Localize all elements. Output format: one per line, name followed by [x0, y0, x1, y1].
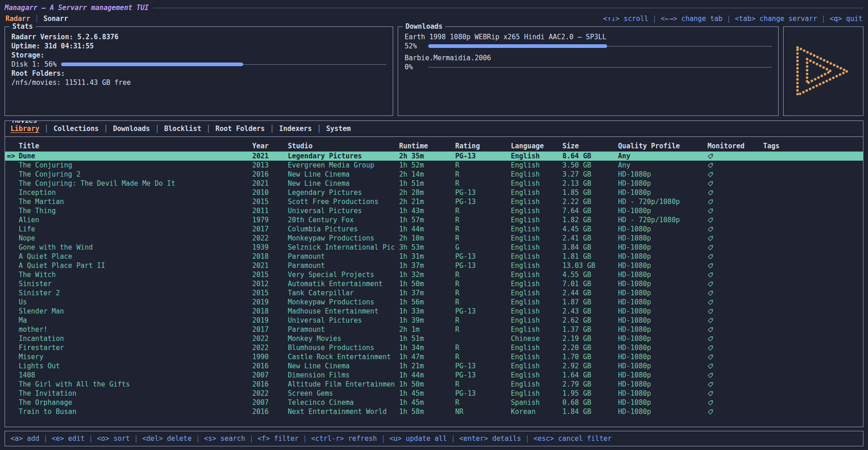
- help-hint-key: <tab>: [735, 15, 755, 23]
- cell-monitored: [707, 197, 763, 206]
- table-row[interactable]: Life2017Columbia Pictures1h 44mREnglish4…: [5, 225, 863, 234]
- cell-title: Firestarter: [19, 343, 252, 352]
- cell-size: 2.13 GB: [562, 179, 618, 188]
- column-header-tags[interactable]: Tags: [763, 141, 863, 151]
- table-row[interactable]: The Invitation2022Screen Gems1h 45mPG-13…: [5, 389, 863, 398]
- cell-runtime: 1h 50m: [399, 279, 455, 288]
- download-progress-bar: [428, 65, 772, 69]
- cell-studio: Paramount: [288, 325, 399, 334]
- cell-studio: New Line Cinema: [288, 179, 399, 188]
- table-row[interactable]: 14082007Dimension Films1h 44mPG-13Englis…: [5, 371, 863, 380]
- movies-table[interactable]: TitleYearStudioRuntimeRatingLanguageSize…: [5, 137, 863, 427]
- table-row[interactable]: Slender Man2018Madhouse Entertainment1h …: [5, 307, 863, 316]
- cell-monitored: [707, 225, 763, 234]
- cell-language: English: [511, 361, 562, 371]
- column-header-title[interactable]: Title: [19, 141, 252, 151]
- table-row[interactable]: Misery1990Castle Rock Entertainment1h 47…: [5, 352, 863, 361]
- disk-usage-bar: [61, 63, 386, 66]
- table-row[interactable]: Inception2010Legendary Pictures2h 28mPG-…: [5, 188, 863, 197]
- table-row[interactable]: Gone with the Wind1939Selznick Internati…: [5, 243, 863, 252]
- table-row[interactable]: The Martian2015Scott Free Productions2h …: [5, 197, 863, 206]
- cell-runtime: 1h 31m: [399, 252, 455, 261]
- table-row[interactable]: Sinister2012Automatik Entertainment1h 50…: [5, 279, 863, 288]
- cell-rating: PG-13: [455, 389, 511, 398]
- separator: |: [89, 434, 93, 443]
- table-row[interactable]: A Quiet Place Part II2021Paramount1h 37m…: [5, 261, 863, 270]
- cell-language: English: [511, 343, 562, 352]
- cell-language: English: [511, 225, 562, 234]
- cell-title: Incantation: [19, 334, 252, 343]
- cell-year: 2016: [252, 407, 288, 416]
- cell-year: 2018: [252, 252, 288, 261]
- table-row[interactable]: The Orphanage2007Telecinco Cinema1h 45mR…: [5, 398, 863, 407]
- monitored-tag-icon: [707, 372, 713, 378]
- column-header-studio[interactable]: Studio: [288, 141, 399, 151]
- servarr-tab-radarr[interactable]: Radarr: [5, 15, 30, 23]
- table-row[interactable]: Nope2022Monkeypaw Productions2h 10mREngl…: [5, 234, 863, 243]
- movies-tab-system[interactable]: System: [326, 125, 351, 133]
- cell-language: English: [511, 152, 562, 161]
- cell-language: English: [511, 206, 562, 215]
- cell-size: 1.70 GB: [562, 352, 618, 361]
- table-row[interactable]: The Girl with All the Gifts2016Altitude …: [5, 380, 863, 389]
- table-row[interactable]: The Thing2011Universal Pictures1h 43mREn…: [5, 206, 863, 215]
- table-row[interactable]: Lights Out2016New Line Cinema1h 21mPG-13…: [5, 361, 863, 371]
- cell-title: Life: [19, 225, 252, 234]
- cell-studio: New Line Cinema: [288, 361, 399, 371]
- table-row[interactable]: Train to Busan2016Next Entertainment Wor…: [5, 407, 863, 416]
- cell-language: English: [511, 270, 562, 279]
- cell-runtime: 1h 56m: [399, 298, 455, 307]
- cell-rating: R: [455, 161, 511, 170]
- table-row[interactable]: Sinister 22015Tank Caterpillar1h 37mREng…: [5, 288, 863, 298]
- movies-tab-collections[interactable]: Collections: [53, 125, 99, 133]
- movies-tab-root-folders[interactable]: Root Folders: [215, 125, 265, 133]
- movies-tab-indexers[interactable]: Indexers: [279, 125, 312, 133]
- keybinding-hint-key: <ctrl-r>: [311, 434, 344, 443]
- table-row[interactable]: Alien197920th Century Fox1h 57mREnglish1…: [5, 215, 863, 225]
- column-header-runtime[interactable]: Runtime: [399, 141, 455, 151]
- table-row[interactable]: =>Dune2021Legendary Pictures2h 35mPG-13E…: [5, 152, 863, 161]
- column-header-monitored[interactable]: Monitored: [707, 141, 763, 151]
- movies-tab-downloads[interactable]: Downloads: [113, 125, 150, 133]
- column-header-year[interactable]: Year: [252, 141, 288, 151]
- cell-quality: HD - 720p/1080p: [618, 215, 707, 225]
- table-row[interactable]: The Conjuring 22016New Line Cinema2h 14m…: [5, 170, 863, 179]
- table-row[interactable]: The Conjuring2013Evergreen Media Group1h…: [5, 161, 863, 170]
- cell-language: English: [511, 380, 562, 389]
- column-header-quality[interactable]: Quality Profile: [618, 141, 707, 151]
- table-row[interactable]: Incantation2022Monkey Movies1h 51mChines…: [5, 334, 863, 343]
- cell-year: 2016: [252, 361, 288, 371]
- table-row[interactable]: The Witch2015Very Special Projects1h 32m…: [5, 270, 863, 279]
- table-row[interactable]: Ma2019Universal Pictures1h 39mREnglish2.…: [5, 316, 863, 325]
- table-row[interactable]: Us2019Monkeypaw Productions1h 56mREnglis…: [5, 298, 863, 307]
- monitored-tag-icon: [707, 272, 713, 278]
- movies-panel: Movies Library│Collections│Downloads│Blo…: [5, 120, 863, 427]
- movies-tab-library[interactable]: Library: [10, 125, 39, 133]
- table-row[interactable]: Firestarter2022Blumhouse Productions1h 3…: [5, 343, 863, 352]
- cell-monitored: [707, 252, 763, 261]
- column-header-rating[interactable]: Rating: [455, 141, 511, 151]
- cell-language: Korean: [511, 407, 562, 416]
- column-header-size[interactable]: Size: [562, 141, 618, 151]
- servarr-tab-sonarr[interactable]: Sonarr: [43, 15, 68, 23]
- separator: │: [317, 125, 321, 133]
- table-row[interactable]: mother!2017Paramount2h 1mREnglish1.37 GB…: [5, 325, 863, 334]
- cell-rating: PG-13: [455, 307, 511, 316]
- monitored-tag-icon: [707, 299, 713, 305]
- cell-quality: HD-1080p: [618, 179, 707, 188]
- table-row[interactable]: The Conjuring: The Devil Made Me Do It20…: [5, 179, 863, 188]
- table-row[interactable]: A Quiet Place2018Paramount1h 31mPG-13Eng…: [5, 252, 863, 261]
- cell-rating: R: [455, 225, 511, 234]
- cell-year: 2018: [252, 307, 288, 316]
- column-header-language[interactable]: Language: [511, 141, 562, 151]
- cell-monitored: [707, 398, 763, 407]
- cell-studio: Monkey Movies: [288, 334, 399, 343]
- cell-size: 2.62 GB: [562, 316, 618, 325]
- keybinding-hint-label: delete: [163, 434, 192, 443]
- movies-tab-blocklist[interactable]: Blocklist: [164, 125, 201, 133]
- cell-monitored: [707, 389, 763, 398]
- cell-runtime: 2h 28m: [399, 188, 455, 197]
- cell-title: The Girl with All the Gifts: [19, 380, 252, 389]
- cell-quality: HD-1080p: [618, 380, 707, 389]
- keybinding-hint: <ctrl-r> refresh: [311, 434, 377, 443]
